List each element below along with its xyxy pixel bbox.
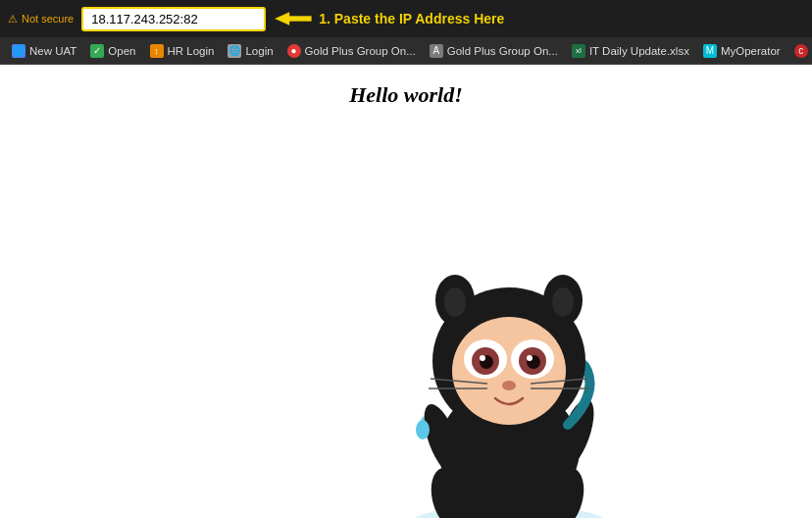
it-daily-label: IT Daily Update.xlsx [589,45,689,57]
hr-login-icon: ↕ [150,44,164,58]
svg-point-16 [444,287,466,317]
bookmark-login[interactable]: 🌐 Login [222,42,279,60]
bookmark-myoperator[interactable]: M MyOperator [697,42,787,60]
page-content: Hello world! [0,65,812,518]
bookmark-extra[interactable]: c [788,42,812,60]
apex-login-icon: A [430,44,443,58]
new-uat-label: New UAT [29,45,76,57]
login-label: Login [245,45,273,57]
arrow-icon [274,8,313,29]
bookmark-gold-plus[interactable]: ● Gold Plus Group On... [281,42,422,60]
bookmark-open[interactable]: ✓ Open [84,42,141,60]
octocat-image [362,145,656,518]
myoperator-icon: M [703,44,717,58]
svg-point-27 [502,381,516,390]
extra-icon: c [794,44,808,58]
bookmark-new-uat[interactable]: 🌐 New UAT [6,42,82,60]
bookmark-hr-login[interactable]: ↕ HR Login [144,42,221,60]
address-bar-area: 1. Paste the IP Address Here [81,7,804,31]
open-label: Open [108,45,135,57]
bookmarks-bar: 🌐 New UAT ✓ Open ↕ HR Login 🌐 Login ● Go… [0,37,812,65]
bookmark-apex-login[interactable]: A Gold Plus Group On... [424,42,564,60]
apex-login-label: Gold Plus Group On... [447,45,558,57]
browser-address-bar: ⚠ Not secure 1. Paste the IP Address Her… [0,0,812,37]
hr-login-label: HR Login [168,45,215,57]
url-input[interactable] [81,7,266,31]
warning-icon: ⚠ [8,13,18,26]
login-icon: 🌐 [228,44,241,58]
svg-point-17 [552,287,574,317]
hello-world-text: Hello world! [0,82,812,108]
new-uat-icon: 🌐 [12,44,25,58]
open-icon: ✓ [90,44,104,58]
bookmark-it-daily[interactable]: xl IT Daily Update.xlsx [566,42,695,60]
gold-plus-icon: ● [287,44,301,58]
arrow-annotation: 1. Paste the IP Address Here [274,8,504,29]
paste-instruction-label: 1. Paste the IP Address Here [319,11,504,26]
it-daily-icon: xl [572,44,585,58]
not-secure-indicator: ⚠ Not secure [8,13,74,26]
svg-marker-0 [276,13,312,26]
not-secure-label: Not secure [22,13,74,25]
myoperator-label: MyOperator [721,45,781,57]
svg-point-25 [480,355,485,361]
gold-plus-label: Gold Plus Group On... [305,45,416,57]
svg-point-26 [527,355,533,361]
